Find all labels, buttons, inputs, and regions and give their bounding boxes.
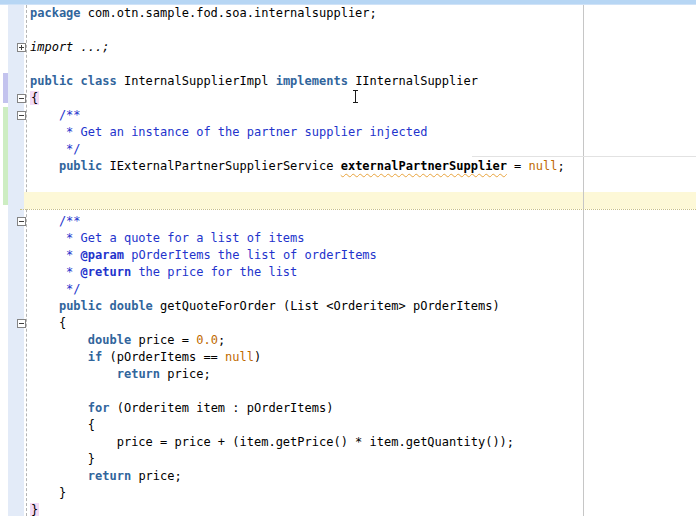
code-token: price; xyxy=(131,469,182,483)
code-token: */ xyxy=(30,142,81,156)
code-token: com.otn.sample.fod.soa.internalsupplier; xyxy=(81,6,377,20)
code-token: { xyxy=(30,91,39,105)
code-token: if xyxy=(88,350,102,364)
code-line[interactable]: */ xyxy=(24,281,696,298)
code-token: return xyxy=(117,367,160,381)
code-line[interactable]: if (pOrderItems == null) xyxy=(24,349,696,366)
code-line[interactable]: double price = 0.0; xyxy=(24,332,696,349)
code-token: * xyxy=(30,265,81,279)
code-token: ) xyxy=(254,350,261,364)
code-token: the price for the list xyxy=(131,265,297,279)
code-line[interactable] xyxy=(24,56,696,73)
code-token: 0.0 xyxy=(196,333,218,347)
change-margin xyxy=(0,5,8,516)
code-token: implements xyxy=(276,74,348,88)
code-line[interactable]: } xyxy=(24,451,696,468)
code-token: class xyxy=(81,74,117,88)
code-token: pOrderItems the list of orderItems xyxy=(124,248,377,262)
code-token: externalPartnerSupplier xyxy=(341,159,507,173)
right-margin-guide xyxy=(583,5,584,516)
code-token: * Get a quote for a list of items xyxy=(30,231,305,245)
faint-horizontal-rule xyxy=(472,156,696,157)
code-line[interactable]: /** xyxy=(24,213,696,230)
code-token: @return xyxy=(81,265,132,279)
code-token: package xyxy=(30,6,81,20)
code-token: /** xyxy=(30,108,81,122)
code-token: double xyxy=(110,299,153,313)
code-line[interactable]: } xyxy=(24,485,696,502)
fold-gutter[interactable] xyxy=(8,5,24,516)
code-line[interactable]: /** xyxy=(24,107,696,124)
code-line[interactable]: * Get a quote for a list of items xyxy=(24,230,696,247)
code-token: public xyxy=(59,299,102,313)
code-editor: package com.otn.sample.fod.soa.internals… xyxy=(0,0,696,516)
code-token: null xyxy=(225,350,254,364)
code-line[interactable]: } xyxy=(24,502,696,516)
code-line[interactable]: public class InternalSupplierImpl implem… xyxy=(24,73,696,90)
code-token: * xyxy=(30,248,81,262)
code-token: getQuoteForOrder (List <Orderitem> pOrde… xyxy=(153,299,500,313)
code-line[interactable]: price = price + (item.getPrice() * item.… xyxy=(24,434,696,451)
code-token: double xyxy=(88,333,131,347)
fold-region-separator xyxy=(20,209,696,210)
code-line[interactable]: { xyxy=(24,315,696,332)
code-line[interactable]: for (Orderitem item : pOrderItems) xyxy=(24,400,696,417)
code-line[interactable] xyxy=(24,22,696,39)
code-token xyxy=(30,159,59,173)
code-token: ; xyxy=(557,159,564,173)
code-line[interactable]: public double getQuoteForOrder (List <Or… xyxy=(24,298,696,315)
code-line[interactable] xyxy=(24,383,696,400)
code-token xyxy=(30,469,88,483)
code-token xyxy=(30,367,117,381)
code-token: @param xyxy=(81,248,124,262)
code-token: } xyxy=(30,452,95,466)
code-token: import ...; xyxy=(30,40,109,54)
code-token: public xyxy=(59,159,102,173)
code-token: null xyxy=(529,159,558,173)
code-line[interactable]: * @return the price for the list xyxy=(24,264,696,281)
code-token xyxy=(30,299,59,313)
code-line[interactable]: package com.otn.sample.fod.soa.internals… xyxy=(24,5,696,22)
code-line[interactable]: import ...; xyxy=(24,39,696,56)
code-line[interactable]: return price; xyxy=(24,468,696,485)
code-token: /** xyxy=(30,214,81,228)
code-token: } xyxy=(30,503,39,516)
code-token: (Orderitem item : pOrderItems) xyxy=(109,401,333,415)
code-token: { xyxy=(30,418,95,432)
code-token: for xyxy=(88,401,110,415)
code-line[interactable]: public IExternalPartnerSupplierService e… xyxy=(24,158,696,175)
code-token: = xyxy=(507,159,529,173)
code-token xyxy=(30,401,88,415)
code-token xyxy=(102,299,109,313)
code-token: price; xyxy=(160,367,211,381)
code-token: */ xyxy=(30,282,81,296)
code-token: return xyxy=(88,469,131,483)
code-token: IInternalSupplier xyxy=(348,74,478,88)
code-token xyxy=(30,350,88,364)
code-line[interactable] xyxy=(24,175,696,192)
code-line[interactable]: return price; xyxy=(24,366,696,383)
code-token: price = price + (item.getPrice() * item.… xyxy=(30,435,514,449)
code-line[interactable]: { xyxy=(24,417,696,434)
code-line[interactable]: * Get an instance of the partner supplie… xyxy=(24,124,696,141)
code-token: IExternalPartnerSupplierService xyxy=(102,159,340,173)
code-token: (pOrderItems == xyxy=(102,350,225,364)
code-token: } xyxy=(30,486,66,500)
code-token: { xyxy=(30,316,66,330)
code-token xyxy=(73,74,80,88)
code-token: InternalSupplierImpl xyxy=(117,74,276,88)
code-token: public xyxy=(30,74,73,88)
code-token: * Get an instance of the partner supplie… xyxy=(30,125,427,139)
code-token xyxy=(30,333,88,347)
mouse-cursor-ibeam xyxy=(352,90,359,103)
current-line-highlight[interactable] xyxy=(24,192,696,209)
code-line[interactable]: { xyxy=(24,90,696,107)
code-line[interactable]: * @param pOrderItems the list of orderIt… xyxy=(24,247,696,264)
code-token: price = xyxy=(131,333,196,347)
code-token: ; xyxy=(218,333,225,347)
